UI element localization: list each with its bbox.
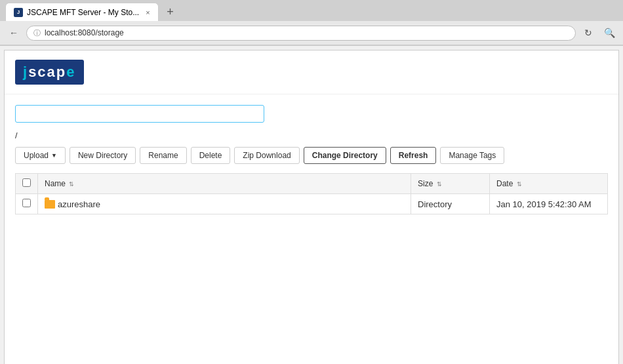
row-date-cell: Jan 10, 2019 5:42:30 AM: [490, 194, 608, 214]
select-all-checkbox[interactable]: [22, 178, 31, 187]
size-sort-icon: ⇅: [437, 181, 442, 188]
table-row[interactable]: azureshare Directory Jan 10, 2019 5:42:3…: [16, 194, 608, 214]
row-checkbox-cell: [16, 194, 38, 214]
header-date-col[interactable]: Date ⇅: [490, 174, 608, 194]
rename-button[interactable]: Rename: [140, 147, 186, 164]
current-path: /: [15, 131, 608, 140]
upload-dropdown-arrow: ▼: [51, 152, 57, 159]
logo-text: JscapE: [23, 64, 76, 80]
table-body: azureshare Directory Jan 10, 2019 5:42:3…: [16, 194, 608, 214]
main-content: / Upload ▼ New Directory Rename Delete Z…: [5, 94, 618, 225]
new-directory-button[interactable]: New Directory: [70, 147, 136, 164]
header-date-label: Date: [496, 179, 513, 188]
upload-label: Upload: [24, 151, 49, 160]
address-bar[interactable]: ⓘ localhost:8080/storage: [26, 26, 576, 41]
zip-download-button[interactable]: Zip Download: [234, 147, 299, 164]
toolbar: Upload ▼ New Directory Rename Delete Zip…: [15, 147, 608, 164]
manage-tags-button[interactable]: Manage Tags: [440, 147, 504, 164]
address-bar-row: ← ⓘ localhost:8080/storage ↻ 🔍: [0, 21, 623, 45]
tab-title: JSCAPE MFT Server - My Sto...: [27, 8, 139, 17]
upload-button[interactable]: Upload ▼: [15, 147, 66, 164]
header-name-col[interactable]: Name ⇅: [38, 174, 411, 194]
page-content: JscapE / Upload ▼ New Directory Rename D…: [4, 50, 619, 364]
logo-area: JscapE: [5, 51, 618, 94]
browser-chrome: J JSCAPE MFT Server - My Sto... × + ← ⓘ …: [0, 0, 623, 46]
file-name: azureshare: [58, 199, 100, 209]
jscape-logo: JscapE: [15, 60, 84, 85]
change-directory-button[interactable]: Change Directory: [304, 147, 386, 164]
back-button[interactable]: ←: [5, 24, 22, 41]
delete-button[interactable]: Delete: [191, 147, 231, 164]
row-name-cell[interactable]: azureshare: [38, 194, 411, 214]
row-checkbox[interactable]: [22, 199, 31, 207]
search-input[interactable]: [15, 105, 264, 123]
tab-bar: J JSCAPE MFT Server - My Sto... × +: [0, 0, 623, 21]
path-text: /: [15, 131, 18, 140]
header-name-label: Name: [45, 179, 66, 188]
logo-bracket-left: J: [23, 64, 28, 80]
file-date: Jan 10, 2019 5:42:30 AM: [496, 199, 592, 209]
folder-icon: [45, 200, 55, 209]
file-table: Name ⇅ Size ⇅ Date ⇅: [15, 173, 608, 214]
refresh-button[interactable]: Refresh: [390, 147, 437, 164]
name-sort-icon: ⇅: [69, 181, 74, 188]
address-text: localhost:8080/storage: [45, 28, 124, 37]
date-sort-icon: ⇅: [517, 181, 522, 188]
browser-search-button[interactable]: 🔍: [601, 24, 618, 41]
search-icon: 🔍: [604, 28, 615, 38]
new-tab-button[interactable]: +: [163, 4, 178, 20]
header-checkbox-col: [16, 174, 38, 194]
tab-favicon: J: [14, 8, 23, 17]
table-header: Name ⇅ Size ⇅ Date ⇅: [16, 174, 608, 194]
header-size-label: Size: [418, 179, 433, 188]
row-size-cell: Directory: [411, 194, 490, 214]
browser-refresh-button[interactable]: ↻: [580, 24, 597, 41]
tab-close-button[interactable]: ×: [146, 9, 150, 16]
browser-tab[interactable]: J JSCAPE MFT Server - My Sto... ×: [5, 3, 159, 21]
header-size-col[interactable]: Size ⇅: [411, 174, 490, 194]
logo-bracket-right: E: [66, 64, 75, 80]
search-row: [15, 105, 608, 123]
address-info-icon: ⓘ: [33, 28, 41, 38]
file-size: Directory: [418, 199, 452, 209]
